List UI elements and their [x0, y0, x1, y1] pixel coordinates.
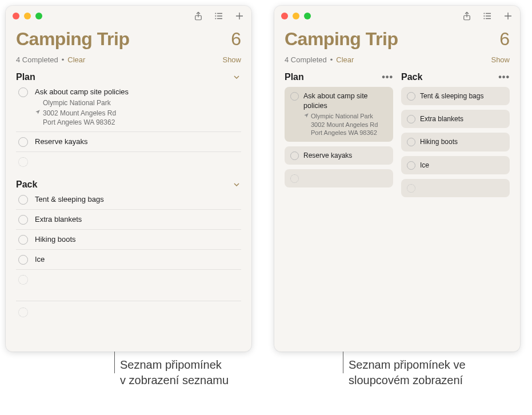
new-reminder-placeholder-icon [18, 308, 28, 317]
zoom-window-button[interactable] [35, 13, 42, 19]
caption-block-right: Seznam připomínek ve sloupcovém zobrazen… [274, 357, 520, 388]
toolbar [193, 11, 245, 21]
reminder-location-addr1: 3002 Mount Angeles Rd [43, 109, 116, 118]
completed-count: 4 Completed [16, 55, 58, 64]
reminder-card[interactable]: Ask about camp site policies Olympic Nat… [285, 87, 393, 142]
section-header-pack[interactable]: Pack [16, 179, 241, 190]
close-window-button[interactable] [13, 13, 19, 19]
new-reminder-row[interactable] [16, 270, 241, 289]
window-controls [13, 13, 42, 19]
complete-checkbox[interactable] [18, 87, 28, 97]
reminder-card[interactable]: Tent & sleeping bags [401, 87, 510, 105]
complete-checkbox[interactable] [18, 215, 28, 225]
section-header-plan[interactable]: Plan [16, 72, 241, 82]
column-plan: Plan ••• Ask about camp site policies [285, 72, 393, 202]
complete-checkbox[interactable] [18, 137, 28, 147]
caption-leader-line [114, 352, 115, 373]
reminder-item[interactable]: Extra blankets [16, 210, 241, 230]
complete-checkbox[interactable] [290, 151, 299, 160]
section-title: Plan [16, 72, 35, 82]
complete-checkbox[interactable] [18, 255, 28, 265]
clear-completed-button[interactable]: Clear [67, 55, 85, 64]
reminders-window-list-view: Camping Trip 6 4 Completed • Clear Show … [6, 6, 251, 352]
new-reminder-placeholder-icon [407, 184, 415, 193]
reminder-item[interactable]: Ice [16, 250, 241, 270]
reminder-location-name: Olympic National Park [311, 112, 378, 121]
chevron-down-icon[interactable] [232, 180, 241, 189]
reminders-window-column-view: Camping Trip 6 4 Completed • Clear Show … [274, 6, 520, 352]
share-icon[interactable] [193, 11, 203, 21]
list-count: 6 [231, 29, 241, 50]
columns-container: Plan ••• Ask about camp site policies [285, 72, 510, 202]
minimize-window-button[interactable] [293, 13, 299, 19]
add-reminder-icon[interactable] [503, 11, 513, 21]
complete-checkbox[interactable] [18, 235, 28, 245]
reminder-location-name: Olympic National Park [43, 98, 241, 107]
complete-checkbox[interactable] [407, 92, 415, 101]
list-header: Camping Trip 6 [285, 29, 510, 50]
toolbar [462, 11, 513, 21]
reminder-title: Reserve kayaks [35, 137, 241, 147]
column-more-button[interactable]: ••• [382, 72, 393, 82]
svg-point-5 [215, 16, 216, 17]
show-completed-button[interactable]: Show [491, 55, 510, 64]
show-completed-button[interactable]: Show [222, 55, 241, 64]
reminder-body: Reserve kayaks [35, 137, 241, 147]
complete-checkbox[interactable] [407, 138, 415, 146]
new-reminder-placeholder-icon [18, 275, 28, 285]
complete-checkbox[interactable] [407, 115, 415, 123]
reminder-item[interactable]: Ask about camp site policies Olympic Nat… [16, 82, 241, 132]
separator-dot: • [330, 55, 333, 64]
close-window-button[interactable] [281, 13, 288, 19]
reminder-location: 3002 Mount Angeles Rd Port Angeles WA 98… [35, 109, 241, 127]
new-reminder-card[interactable] [401, 179, 510, 197]
reminder-item[interactable]: Hiking boots [16, 230, 241, 250]
content-area: Camping Trip 6 4 Completed • Clear Show … [6, 26, 251, 352]
new-reminder-row[interactable] [16, 152, 241, 171]
new-reminder-card[interactable] [285, 169, 393, 187]
reminder-card[interactable]: Ice [401, 156, 510, 174]
reminder-location: Olympic National Park 3002 Mount Angeles… [311, 112, 378, 138]
location-arrow-icon [35, 109, 41, 115]
caption-text: Seznam připomínek ve sloupcovém zobrazen… [349, 357, 520, 388]
svg-point-6 [215, 18, 216, 19]
chevron-down-icon[interactable] [232, 73, 241, 82]
status-left: 4 Completed • Clear [16, 55, 85, 64]
list-header: Camping Trip 6 [16, 29, 241, 50]
view-mode-icon[interactable] [482, 11, 493, 21]
minimize-window-button[interactable] [24, 13, 31, 19]
clear-completed-button[interactable]: Clear [336, 55, 354, 64]
reminder-location-addr2: Port Angeles WA 98362 [311, 129, 378, 137]
reminder-card[interactable]: Hiking boots [401, 133, 510, 151]
content-area: Camping Trip 6 4 Completed • Clear Show … [274, 26, 520, 352]
reminder-location-addr1: 3002 Mount Angeles Rd [311, 121, 378, 129]
reminder-title: Tent & sleeping bags [35, 194, 241, 205]
view-mode-icon[interactable] [214, 11, 224, 21]
reminder-title: Extra blankets [35, 214, 241, 225]
titlebar [274, 6, 520, 26]
reminder-body: Ask about camp site policies Olympic Nat… [303, 91, 387, 137]
reminder-item[interactable]: Tent & sleeping bags [16, 190, 241, 210]
complete-checkbox[interactable] [290, 92, 299, 101]
add-reminder-icon[interactable] [234, 11, 245, 21]
caption-block-left: Seznam připomínek v zobrazení seznamu [6, 357, 251, 388]
window-controls [281, 13, 311, 19]
section-title: Pack [16, 179, 37, 190]
separator-dot: • [62, 55, 65, 64]
svg-point-13 [484, 13, 485, 14]
new-reminder-bottom[interactable] [16, 301, 241, 323]
reminder-item[interactable]: Reserve kayaks [16, 132, 241, 152]
captions: Seznam připomínek v zobrazení seznamu Se… [6, 357, 529, 388]
complete-checkbox[interactable] [407, 161, 415, 170]
share-icon[interactable] [462, 11, 472, 21]
reminder-card[interactable]: Reserve kayaks [285, 146, 393, 165]
reminder-title: Ice [35, 254, 241, 265]
zoom-window-button[interactable] [304, 13, 311, 19]
reminder-card[interactable]: Extra blankets [401, 110, 510, 128]
stage: Camping Trip 6 4 Completed • Clear Show … [6, 6, 529, 352]
svg-point-14 [484, 16, 485, 17]
complete-checkbox[interactable] [18, 195, 28, 205]
column-more-button[interactable]: ••• [498, 72, 510, 82]
list-title: Camping Trip [285, 29, 398, 50]
reminder-title: Hiking boots [35, 234, 241, 245]
